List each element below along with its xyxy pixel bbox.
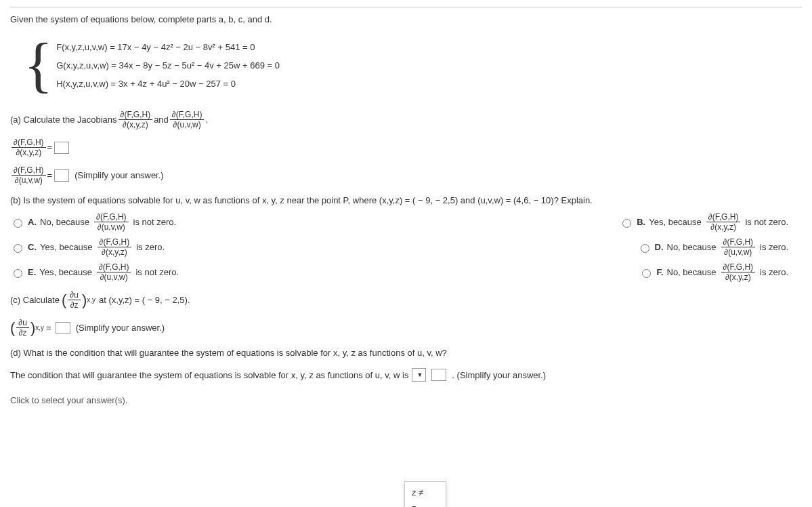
option-f[interactable]: F. No, because ∂(F,G,H)∂(x,y,z) is zero. xyxy=(639,262,788,282)
jacobian-xyz: ∂(F,G,H) ∂(x,y,z) xyxy=(119,110,153,129)
input-du-dz[interactable] xyxy=(56,322,70,334)
brace-symbol: { xyxy=(24,35,53,96)
radio-f[interactable] xyxy=(642,269,651,278)
jacobian-uvw-ans: ∂(F,G,H) ∂(u,v,w) xyxy=(12,165,46,185)
equation-f: F(x,y,z,u,v,w) = 17x − 4y − 4z² − 2u − 8… xyxy=(56,42,280,52)
jacobian-xyz-ans: ∂(F,G,H) ∂(x,y,z) xyxy=(12,138,46,157)
radio-a[interactable] xyxy=(14,219,22,228)
du-dz-ans: ∂u ∂z xyxy=(16,318,29,338)
input-condition-value[interactable] xyxy=(431,369,446,381)
radio-d[interactable] xyxy=(641,244,649,253)
intro-text: Given the system of equations below, com… xyxy=(10,14,802,24)
part-a-prompt: (a) Calculate the Jacobians ∂(F,G,H) ∂(x… xyxy=(10,110,802,129)
du-dz: ∂u ∂z xyxy=(68,290,81,310)
jacobian-uvw: ∂(F,G,H) ∂(u,v,w) xyxy=(170,110,205,129)
option-a[interactable]: A. No, because ∂(F,G,H)∂(u,v,w) is not z… xyxy=(10,212,176,232)
input-jacobian-xyz[interactable] xyxy=(54,142,69,154)
equation-system: { F(x,y,z,u,v,w) = 17x − 4y − 4z² − 2u −… xyxy=(24,35,802,96)
radio-b[interactable] xyxy=(622,219,631,228)
option-b[interactable]: B. Yes, because ∂(F,G,H)∂(x,y,z) is not … xyxy=(619,212,788,232)
answer-a1: ∂(F,G,H) ∂(x,y,z) = xyxy=(10,138,802,157)
click-instruction: Click to select your answer(s). xyxy=(10,395,802,405)
option-e[interactable]: E. Yes, because ∂(F,G,H)∂(u,v,w) is not … xyxy=(10,262,179,282)
part-b-prompt: (b) Is the system of equations solvable … xyxy=(10,195,802,205)
answer-a2: ∂(F,G,H) ∂(u,v,w) = (Simplify your answe… xyxy=(10,165,802,185)
option-c[interactable]: C. Yes, because ∂(F,G,H)∂(x,y,z) is zero… xyxy=(10,237,165,257)
option-d[interactable]: D. No, because ∂(F,G,H)∂(u,v,w) is zero. xyxy=(637,237,789,257)
part-d-prompt: (d) What is the condition that will guar… xyxy=(10,348,802,358)
radio-e[interactable] xyxy=(14,269,22,278)
answer-c: ( ∂u ∂z ) x,y = (Simplify your answer.) xyxy=(10,318,802,338)
part-c-prompt: (c) Calculate ( ∂u ∂z ) x,y at (x,y,z) =… xyxy=(10,290,802,310)
part-d-answer-line: The condition that will guarantee the sy… xyxy=(10,368,802,382)
simplify-note: (Simplify your answer.) xyxy=(74,170,163,180)
radio-c[interactable] xyxy=(14,244,22,253)
part-a-text: (a) Calculate the Jacobians xyxy=(10,115,117,125)
input-jacobian-uvw[interactable] xyxy=(54,169,69,182)
equation-g: G(x,y,z,u,v,w) = 34x − 8y − 5z − 5u² − 4… xyxy=(56,60,280,70)
equation-h: H(x,y,z,u,v,w) = 3x + 4z + 4u² − 20w − 2… xyxy=(56,79,280,89)
dropdown-condition[interactable] xyxy=(412,368,426,382)
